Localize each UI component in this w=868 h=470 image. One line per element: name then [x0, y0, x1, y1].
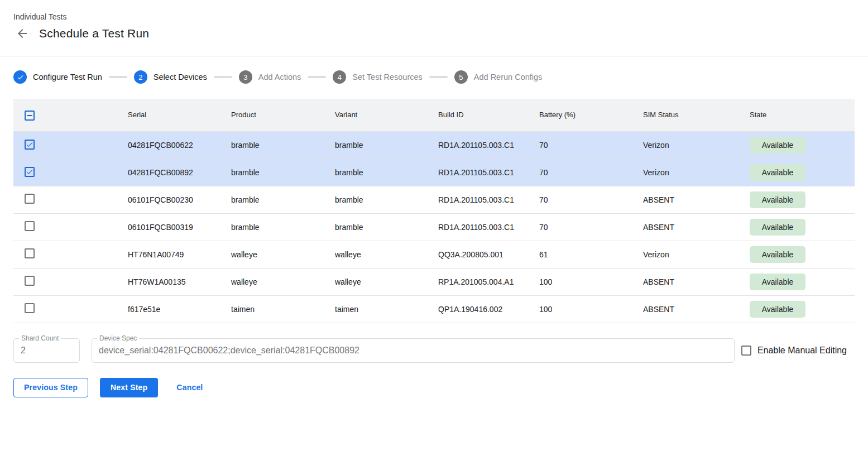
cell-build-id: QP1A.190416.002 [438, 295, 539, 323]
cell-sim-status: Verizon [643, 159, 750, 186]
row-checkbox[interactable] [25, 140, 35, 150]
cell-serial: HT76N1A00749 [128, 241, 231, 268]
select-all-checkbox[interactable] [25, 111, 35, 121]
column-header-serial: Serial [128, 99, 231, 131]
cell-variant: bramble [335, 213, 438, 241]
step-label: Set Test Resources [352, 73, 422, 81]
shard-count-value[interactable]: 2 [14, 339, 79, 362]
cell-variant: bramble [335, 186, 438, 213]
shard-count-field[interactable]: Shard Count 2 [13, 338, 80, 363]
stepper: Configure Test Run 2 Select Devices 3 Ad… [13, 69, 855, 85]
table-row[interactable]: 04281FQCB00892 bramble bramble RD1A.2011… [13, 159, 855, 186]
cell-product: bramble [231, 159, 335, 186]
column-header-build-id: Build ID [438, 99, 539, 131]
enable-manual-editing-toggle[interactable]: Enable Manual Editing [741, 338, 847, 363]
row-checkbox[interactable] [25, 221, 35, 231]
row-checkbox[interactable] [25, 167, 35, 177]
step-add-actions[interactable]: 3 Add Actions [239, 70, 301, 84]
table-row[interactable]: 06101FQCB00319 bramble bramble RD1A.2011… [13, 213, 855, 241]
cell-product: bramble [231, 213, 335, 241]
cell-sim-status: ABSENT [643, 213, 750, 241]
status-badge: Available [750, 219, 805, 236]
row-checkbox[interactable] [25, 248, 35, 258]
cell-product: bramble [231, 186, 335, 213]
step-number: 3 [239, 70, 252, 84]
device-spec-label: Device Spec [97, 335, 139, 342]
cell-battery: 70 [539, 159, 643, 186]
step-select-devices[interactable]: 2 Select Devices [134, 70, 207, 84]
status-badge: Available [750, 274, 805, 290]
table-row[interactable]: 06101FQCB00230 bramble bramble RD1A.2011… [13, 186, 855, 213]
cell-battery: 100 [539, 268, 643, 295]
cell-sim-status: ABSENT [643, 268, 750, 295]
manual-editing-checkbox[interactable] [741, 346, 751, 356]
step-configure-test-run[interactable]: Configure Test Run [13, 70, 102, 84]
cell-sim-status: ABSENT [643, 186, 750, 213]
cell-serial: 06101FQCB00230 [128, 186, 231, 213]
stepper-connector [214, 76, 232, 78]
step-label: Select Devices [154, 73, 207, 81]
back-arrow-icon[interactable] [16, 27, 29, 40]
row-checkbox[interactable] [25, 276, 35, 286]
cell-build-id: RD1A.201105.003.C1 [438, 131, 539, 159]
step-set-test-resources[interactable]: 4 Set Test Resources [333, 70, 422, 84]
cell-battery: 70 [539, 213, 643, 241]
table-row[interactable]: f617e51e taimen taimen QP1A.190416.002 1… [13, 295, 855, 323]
cell-variant: taimen [335, 295, 438, 323]
cell-variant: walleye [335, 241, 438, 268]
step-add-rerun-configs[interactable]: 5 Add Rerun Configs [454, 70, 543, 84]
next-step-button[interactable]: Next Step [100, 378, 158, 397]
check-icon [26, 168, 33, 176]
cell-serial: 04281FQCB00622 [128, 131, 231, 159]
cancel-button[interactable]: Cancel [166, 378, 213, 397]
device-spec-value[interactable]: device_serial:04281FQCB00622;device_seri… [92, 339, 734, 362]
cell-battery: 100 [539, 295, 643, 323]
column-header-product: Product [231, 99, 335, 131]
cell-battery: 70 [539, 186, 643, 213]
cell-build-id: QQ3A.200805.001 [438, 241, 539, 268]
step-complete-check-icon [13, 70, 27, 84]
shard-count-label: Shard Count [19, 335, 61, 342]
wizard-actions: Previous Step Next Step Cancel [13, 378, 855, 397]
cell-serial: HT76W1A00135 [128, 268, 231, 295]
column-header-state: State [750, 99, 855, 131]
step-number: 2 [134, 70, 147, 84]
cell-product: taimen [231, 295, 335, 323]
step-label: Add Rerun Configs [474, 73, 543, 81]
cell-build-id: RD1A.201105.003.C1 [438, 213, 539, 241]
manual-editing-label: Enable Manual Editing [757, 346, 847, 356]
table-row[interactable]: HT76N1A00749 walleye walleye QQ3A.200805… [13, 241, 855, 268]
device-spec-form: Shard Count 2 Device Spec device_serial:… [13, 338, 855, 363]
breadcrumb: Individual Tests [13, 12, 868, 21]
status-badge: Available [750, 301, 805, 318]
cell-variant: walleye [335, 268, 438, 295]
back-arrow-svg [16, 27, 29, 40]
cell-battery: 70 [539, 131, 643, 159]
cell-product: walleye [231, 241, 335, 268]
cell-battery: 61 [539, 241, 643, 268]
cell-sim-status: Verizon [643, 131, 750, 159]
previous-step-button[interactable]: Previous Step [13, 378, 88, 397]
cell-build-id: RD1A.201105.003.C1 [438, 186, 539, 213]
page-title: Schedule a Test Run [39, 27, 149, 40]
stepper-connector [429, 76, 448, 78]
table-row[interactable]: 04281FQCB00622 bramble bramble RD1A.2011… [13, 131, 855, 159]
step-number: 5 [454, 70, 468, 84]
cell-serial: f617e51e [128, 295, 231, 323]
row-checkbox[interactable] [25, 303, 35, 313]
status-badge: Available [750, 191, 805, 208]
row-checkbox[interactable] [25, 194, 35, 204]
cell-variant: bramble [335, 159, 438, 186]
cell-serial: 04281FQCB00892 [128, 159, 231, 186]
cell-sim-status: ABSENT [643, 295, 750, 323]
device-table: Serial Product Variant Build ID Battery … [13, 99, 855, 323]
page-header: Individual Tests Schedule a Test Run [0, 0, 868, 56]
table-header-row: Serial Product Variant Build ID Battery … [13, 99, 855, 131]
step-label: Configure Test Run [33, 73, 102, 81]
device-spec-field[interactable]: Device Spec device_serial:04281FQCB00622… [92, 338, 735, 363]
indeterminate-dash-icon [27, 115, 32, 116]
cell-build-id: RP1A.201005.004.A1 [438, 268, 539, 295]
cell-build-id: RD1A.201105.003.C1 [438, 159, 539, 186]
cell-sim-status: Verizon [643, 241, 750, 268]
table-row[interactable]: HT76W1A00135 walleye walleye RP1A.201005… [13, 268, 855, 295]
